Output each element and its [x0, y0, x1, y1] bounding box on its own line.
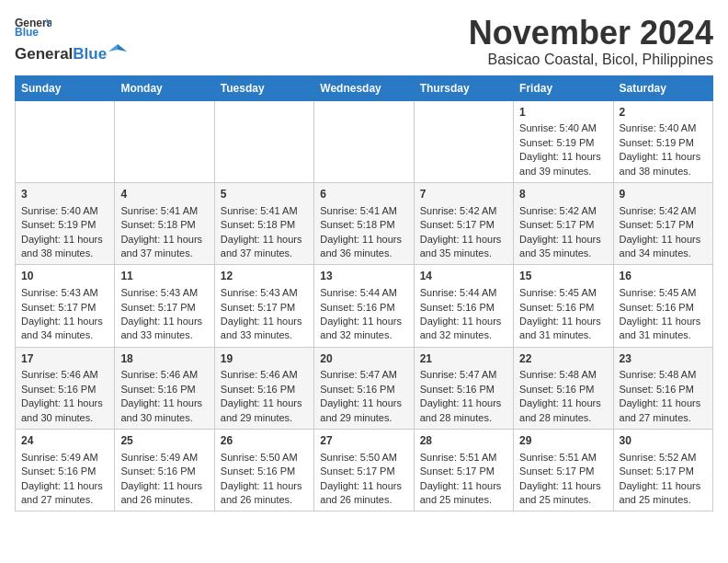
day-info: Sunset: 5:16 PM — [320, 383, 407, 396]
calendar-cell: 15Sunrise: 5:45 AMSunset: 5:16 PMDayligh… — [514, 265, 613, 347]
day-info: Sunrise: 5:40 AM — [519, 121, 607, 135]
calendar-cell: 10Sunrise: 5:43 AMSunset: 5:17 PMDayligh… — [16, 265, 115, 347]
day-info: Sunset: 5:16 PM — [620, 301, 707, 315]
day-info: Sunrise: 5:40 AM — [620, 121, 707, 135]
day-info: Sunset: 5:17 PM — [620, 218, 707, 232]
day-info: Sunset: 5:17 PM — [320, 465, 407, 478]
weekday-header: Tuesday — [214, 75, 313, 100]
calendar-cell: 2Sunrise: 5:40 AMSunset: 5:19 PMDaylight… — [613, 100, 712, 182]
calendar-cell: 23Sunrise: 5:48 AMSunset: 5:16 PMDayligh… — [613, 347, 712, 429]
day-info: Daylight: 11 hours and 25 minutes. — [519, 479, 607, 508]
weekday-header: Monday — [115, 75, 214, 100]
calendar-cell: 7Sunrise: 5:42 AMSunset: 5:17 PMDaylight… — [414, 182, 513, 264]
day-info: Daylight: 11 hours and 30 minutes. — [21, 396, 108, 425]
calendar-cell — [314, 100, 414, 182]
calendar-cell: 26Sunrise: 5:50 AMSunset: 5:16 PMDayligh… — [214, 430, 313, 511]
calendar-cell: 30Sunrise: 5:52 AMSunset: 5:17 PMDayligh… — [613, 430, 712, 511]
calendar-cell: 27Sunrise: 5:50 AMSunset: 5:17 PMDayligh… — [314, 430, 414, 511]
svg-marker-4 — [108, 44, 118, 52]
calendar-cell: 21Sunrise: 5:47 AMSunset: 5:16 PMDayligh… — [414, 347, 513, 429]
day-info: Sunset: 5:16 PM — [420, 301, 507, 315]
logo-general: General — [15, 45, 73, 63]
day-info: Sunset: 5:19 PM — [21, 218, 108, 232]
day-info: Sunset: 5:16 PM — [420, 383, 507, 396]
day-number: 5 — [221, 187, 308, 202]
calendar-cell: 1Sunrise: 5:40 AMSunset: 5:19 PMDaylight… — [514, 100, 613, 182]
day-number: 8 — [519, 187, 607, 202]
svg-text:Blue: Blue — [15, 26, 39, 39]
day-info: Sunrise: 5:46 AM — [21, 368, 108, 382]
day-info: Sunset: 5:19 PM — [519, 136, 607, 150]
day-info: Sunset: 5:16 PM — [221, 383, 308, 396]
title-block: November 2024 Basicao Coastal, Bicol, Ph… — [469, 15, 713, 68]
day-number: 30 — [620, 433, 707, 449]
calendar-cell: 11Sunrise: 5:43 AMSunset: 5:17 PMDayligh… — [115, 265, 214, 347]
svg-marker-3 — [118, 44, 127, 52]
calendar-cell: 22Sunrise: 5:48 AMSunset: 5:16 PMDayligh… — [514, 347, 613, 429]
day-info: Sunset: 5:16 PM — [120, 383, 208, 396]
day-info: Daylight: 11 hours and 33 minutes. — [221, 315, 308, 343]
day-info: Sunrise: 5:44 AM — [320, 286, 407, 300]
day-info: Sunrise: 5:51 AM — [420, 451, 507, 465]
weekday-header: Friday — [514, 75, 613, 100]
day-info: Sunset: 5:16 PM — [320, 301, 407, 315]
day-info: Sunset: 5:17 PM — [519, 218, 607, 232]
day-info: Sunset: 5:17 PM — [221, 301, 308, 315]
day-number: 28 — [420, 433, 507, 449]
day-info: Sunrise: 5:43 AM — [21, 286, 108, 300]
day-number: 14 — [420, 269, 507, 284]
calendar-cell: 16Sunrise: 5:45 AMSunset: 5:16 PMDayligh… — [613, 265, 712, 347]
day-info: Sunset: 5:19 PM — [620, 136, 707, 150]
day-info: Daylight: 11 hours and 29 minutes. — [320, 396, 407, 425]
day-info: Daylight: 11 hours and 25 minutes. — [420, 479, 507, 508]
day-info: Daylight: 11 hours and 37 minutes. — [221, 233, 308, 261]
calendar-cell: 19Sunrise: 5:46 AMSunset: 5:16 PMDayligh… — [214, 347, 313, 429]
day-number: 6 — [320, 187, 407, 202]
weekday-header: Saturday — [613, 75, 712, 100]
day-info: Daylight: 11 hours and 34 minutes. — [620, 233, 707, 261]
calendar-header: SundayMondayTuesdayWednesdayThursdayFrid… — [16, 75, 713, 100]
day-number: 25 — [120, 433, 208, 449]
day-info: Daylight: 11 hours and 39 minutes. — [519, 150, 607, 178]
location-subtitle: Basicao Coastal, Bicol, Philippines — [469, 52, 713, 68]
day-info: Sunset: 5:17 PM — [620, 465, 707, 478]
calendar-cell — [214, 100, 313, 182]
day-info: Daylight: 11 hours and 25 minutes. — [620, 479, 707, 508]
day-number: 9 — [620, 187, 707, 202]
day-number: 3 — [21, 187, 108, 202]
day-info: Sunrise: 5:42 AM — [519, 204, 607, 218]
day-number: 26 — [221, 433, 308, 449]
day-info: Sunrise: 5:46 AM — [120, 368, 208, 382]
day-info: Sunrise: 5:45 AM — [620, 286, 707, 300]
day-info: Sunrise: 5:41 AM — [221, 204, 308, 218]
day-info: Sunrise: 5:42 AM — [420, 204, 507, 218]
day-info: Daylight: 11 hours and 37 minutes. — [120, 233, 208, 261]
day-info: Sunrise: 5:48 AM — [519, 368, 607, 382]
calendar-cell — [115, 100, 214, 182]
day-info: Sunset: 5:18 PM — [320, 218, 407, 232]
calendar-cell: 5Sunrise: 5:41 AMSunset: 5:18 PMDaylight… — [214, 182, 313, 264]
calendar-week-row: 3Sunrise: 5:40 AMSunset: 5:19 PMDaylight… — [16, 182, 713, 264]
day-info: Sunrise: 5:44 AM — [420, 286, 507, 300]
day-info: Sunset: 5:17 PM — [519, 465, 607, 478]
logo: General Blue General Blue — [15, 15, 127, 63]
day-info: Sunset: 5:17 PM — [420, 218, 507, 232]
day-number: 22 — [519, 351, 607, 367]
day-info: Sunrise: 5:50 AM — [221, 451, 308, 465]
day-info: Sunrise: 5:47 AM — [420, 368, 507, 382]
calendar-cell: 13Sunrise: 5:44 AMSunset: 5:16 PMDayligh… — [314, 265, 414, 347]
day-info: Daylight: 11 hours and 38 minutes. — [21, 233, 108, 261]
day-info: Daylight: 11 hours and 30 minutes. — [120, 396, 208, 425]
day-info: Sunrise: 5:41 AM — [320, 204, 407, 218]
day-info: Daylight: 11 hours and 38 minutes. — [620, 150, 707, 178]
day-info: Sunset: 5:16 PM — [620, 383, 707, 396]
day-info: Daylight: 11 hours and 33 minutes. — [120, 315, 208, 343]
day-number: 1 — [519, 105, 607, 121]
calendar-cell: 20Sunrise: 5:47 AMSunset: 5:16 PMDayligh… — [314, 347, 414, 429]
calendar-table: SundayMondayTuesdayWednesdayThursdayFrid… — [15, 75, 713, 512]
day-number: 24 — [21, 433, 108, 449]
day-number: 23 — [620, 351, 707, 367]
calendar-week-row: 10Sunrise: 5:43 AMSunset: 5:17 PMDayligh… — [16, 265, 713, 347]
calendar-cell: 8Sunrise: 5:42 AMSunset: 5:17 PMDaylight… — [514, 182, 613, 264]
calendar-week-row: 24Sunrise: 5:49 AMSunset: 5:16 PMDayligh… — [16, 430, 713, 511]
